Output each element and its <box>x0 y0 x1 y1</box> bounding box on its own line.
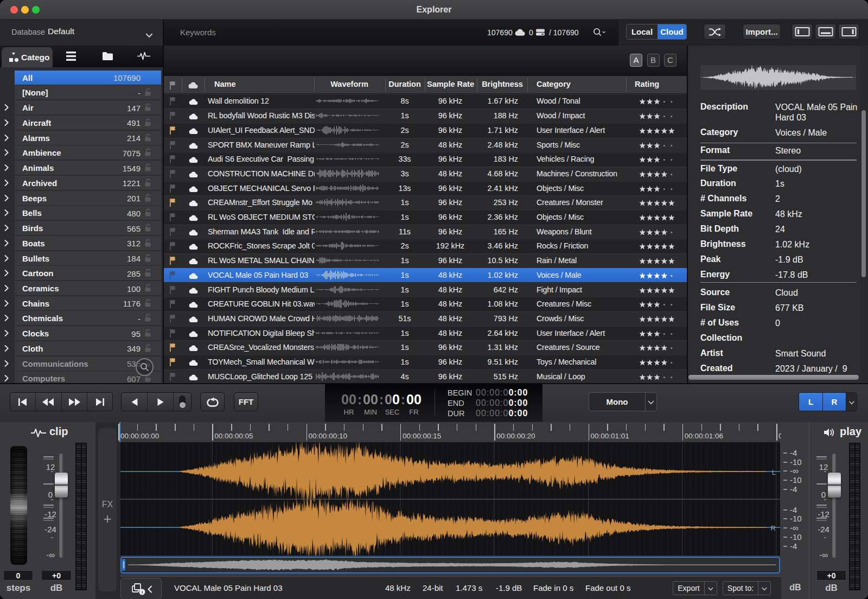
svg-text:i: i <box>142 590 143 595</box>
